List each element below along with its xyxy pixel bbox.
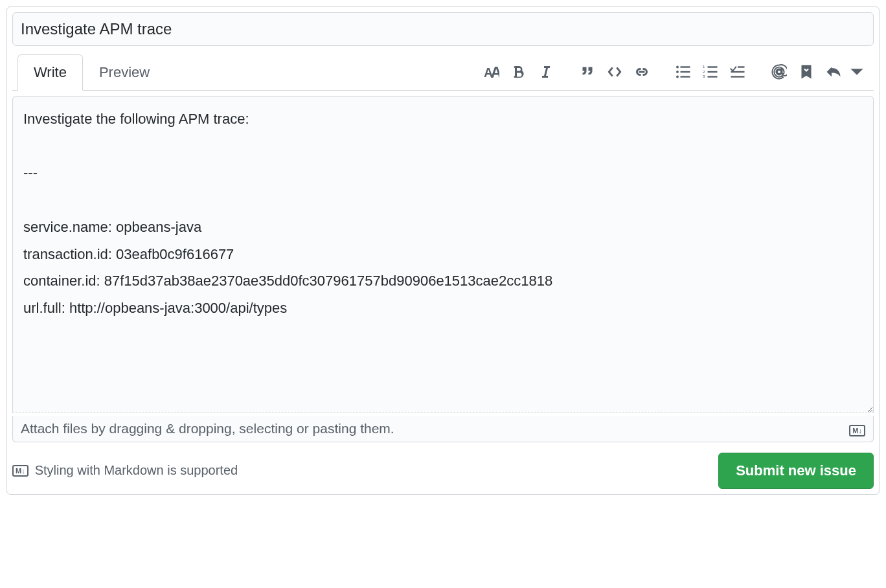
- svg-rect-3: [681, 66, 690, 67]
- bullet-list-icon[interactable]: [672, 60, 695, 84]
- attach-files-bar[interactable]: Attach files by dragging & dropping, sel…: [12, 416, 874, 442]
- form-footer: M↓ Styling with Markdown is supported Su…: [12, 453, 874, 489]
- svg-point-4: [676, 71, 679, 73]
- heading-icon[interactable]: AA: [480, 60, 503, 84]
- link-icon[interactable]: [630, 60, 653, 84]
- quote-icon[interactable]: [576, 60, 599, 84]
- svg-text:1: 1: [703, 65, 705, 69]
- svg-rect-13: [708, 76, 718, 77]
- svg-rect-9: [708, 66, 718, 67]
- svg-rect-14: [738, 66, 745, 67]
- italic-icon[interactable]: [534, 60, 558, 84]
- markdown-hint[interactable]: M↓ Styling with Markdown is supported: [12, 463, 238, 478]
- svg-rect-16: [731, 76, 745, 77]
- task-list-icon[interactable]: [726, 60, 749, 84]
- markdown-toolbar: AA: [462, 60, 874, 84]
- svg-rect-15: [731, 71, 745, 72]
- numbered-list-icon[interactable]: 123: [699, 60, 722, 84]
- svg-point-2: [676, 65, 679, 68]
- editor-tab-bar: Write Preview AA: [12, 54, 874, 91]
- bold-icon[interactable]: [507, 60, 530, 84]
- chevron-down-icon[interactable]: [845, 60, 869, 84]
- markdown-hint-text: Styling with Markdown is supported: [35, 463, 238, 478]
- saved-reply-icon[interactable]: [795, 60, 818, 84]
- svg-rect-5: [681, 71, 690, 72]
- attach-hint-text: Attach files by dragging & dropping, sel…: [21, 421, 394, 436]
- code-icon[interactable]: [603, 60, 626, 84]
- svg-rect-11: [708, 71, 718, 72]
- issue-form: Write Preview AA: [6, 6, 880, 495]
- body-wrapper: Attach files by dragging & dropping, sel…: [12, 91, 874, 442]
- mention-icon[interactable]: [767, 60, 791, 84]
- submit-new-issue-button[interactable]: Submit new issue: [718, 453, 874, 489]
- markdown-icon[interactable]: M↓: [849, 421, 865, 436]
- tab-preview[interactable]: Preview: [83, 54, 166, 91]
- reply-icon[interactable]: [822, 60, 845, 84]
- svg-text:3: 3: [703, 74, 705, 78]
- tabs: Write Preview: [17, 54, 166, 90]
- svg-rect-7: [681, 76, 690, 77]
- svg-text:2: 2: [703, 69, 705, 73]
- tab-write[interactable]: Write: [17, 54, 83, 91]
- issue-body-textarea[interactable]: [12, 96, 874, 413]
- issue-title-input[interactable]: [12, 12, 874, 46]
- svg-text:A: A: [491, 64, 500, 80]
- svg-point-6: [676, 75, 679, 78]
- markdown-badge-icon: M↓: [12, 465, 28, 477]
